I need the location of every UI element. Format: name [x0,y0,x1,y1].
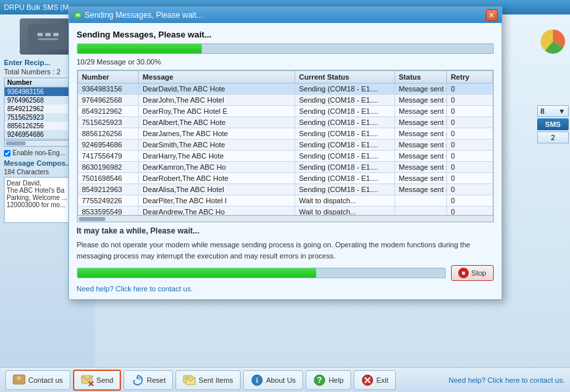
reset-button[interactable]: Reset [124,370,173,390]
cell-status [394,207,446,216]
cell-number: 8533595549 [78,207,139,216]
bottom-help-link[interactable]: Need help? Click here to contact us. [448,376,565,384]
cell-current: Wait to dispatch... [295,207,394,216]
dialog-icon: ✉ [73,11,82,20]
cell-message: DearJohn,The ABC Hotel [139,95,295,106]
cell-status: Message sent success... [394,95,446,106]
bottom-toolbar: Contact us Send [0,367,570,392]
exit-button[interactable]: Exit [354,370,396,390]
cell-current: Sending (COM18 - E1.... [295,84,394,95]
reset-icon [131,374,144,387]
cell-number: 9764962568 [78,95,139,106]
sent-items-button[interactable]: Sent Items [176,370,241,390]
svg-marker-8 [133,380,135,382]
cell-number: 8630196982 [78,162,139,173]
cell-number: 7755249226 [78,195,139,207]
h-scrollbar[interactable] [78,215,493,222]
top-progress-bar [77,43,494,54]
cell-status: Message sent success... [394,84,446,95]
help-label: Help [329,376,344,384]
bottom-progress-bar [77,268,446,278]
cell-status: Message sent success... [394,162,446,173]
cell-retry: 0 [446,151,492,162]
table-row: 8856126256 DearJames,The ABC Hote Sendin… [78,128,492,139]
contact-us-button[interactable]: Contact us [5,370,70,390]
col-number: Number [78,71,139,84]
table-row: 8533595549 DearAndrew,The ABC Ho Wait to… [78,207,492,216]
sent-items-icon [183,374,196,387]
app-background: DRPU Bulk SMS (M... Enter Recip... Total… [0,0,570,392]
modal-overlay: ✉ Sending Messages, Please wait... ✕ Sen… [0,0,570,367]
cell-message: DearAlisa,The ABC Hotel [139,184,295,195]
modal-body: Sending Messages, Please wait... 10/29 M… [69,23,502,299]
send-icon [81,374,94,387]
cell-message: DearRobert,The ABC Hote [139,173,295,184]
stop-label: Stop [471,269,487,277]
col-message: Message [139,71,295,84]
send-button[interactable]: Send [73,370,122,391]
svg-text:?: ? [317,376,321,385]
help-link[interactable]: Need help? Click here to contact us. [77,285,494,293]
cell-status: Message sent success... [394,128,446,139]
reset-label: Reset [147,376,166,384]
table-scroll-area[interactable]: Number Message Current Status Status Ret… [78,70,493,215]
message-table-wrapper: Number Message Current Status Status Ret… [77,70,494,222]
cell-current: Sending (COM18 - E1.... [295,128,394,139]
cell-status: Message sent success... [394,117,446,128]
exit-icon [361,374,374,387]
table-row: 8630196982 DearKamron,The ABC Ho Sending… [78,162,492,173]
cell-status: Message sent success... [394,184,446,195]
stop-button[interactable]: ■ Stop [451,265,494,281]
cell-number: 8549212962 [78,106,139,117]
progress-text: 10/29 Message or 30.00% [77,58,494,66]
cell-status: Message sent success... [394,173,446,184]
table-row: 7515625923 DearAlbert,The ABC Hote Sendi… [78,117,492,128]
modal-titlebar: ✉ Sending Messages, Please wait... ✕ [69,7,502,23]
svg-text:i: i [256,376,258,384]
cell-message: DearAlbert,The ABC Hote [139,117,295,128]
modal-close-button[interactable]: ✕ [486,9,498,21]
col-retry: Retry [446,71,492,84]
col-status: Status [394,71,446,84]
cell-retry: 0 [446,84,492,95]
cell-message: DearRoy,The ABC Hotel E [139,106,295,117]
cell-message: DearDavid,The ABC Hote [139,84,295,95]
table-row: 9246954686 DearSmith,The ABC Hote Sendin… [78,139,492,151]
message-table: Number Message Current Status Status Ret… [78,70,493,215]
cell-current: Sending (COM18 - E1.... [295,117,394,128]
cell-retry: 0 [446,95,492,106]
cell-number: 7501698546 [78,173,139,184]
cell-retry: 0 [446,106,492,117]
bottom-progress-row: ■ Stop [77,265,494,281]
table-row: 8549212963 DearAlisa,The ABC Hotel Sendi… [78,184,492,195]
modal-title-left: ✉ Sending Messages, Please wait... [73,11,203,20]
cell-number: 9364983156 [78,84,139,95]
cell-number: 7417556479 [78,151,139,162]
cell-current: Sending (COM18 - E1.... [295,184,394,195]
col-current-status: Current Status [295,71,394,84]
top-progress-fill [78,44,202,53]
help-button[interactable]: ? Help [306,370,351,390]
cell-retry: 0 [446,173,492,184]
about-us-button[interactable]: i About Us [243,370,303,390]
modal-heading: Sending Messages, Please wait... [77,30,494,39]
svg-text:✉: ✉ [75,12,80,18]
cell-message: DearHarry,The ABC Hote [139,151,295,162]
cell-current: Sending (COM18 - E1.... [295,162,394,173]
contact-us-label: Contact us [28,376,63,384]
cell-current: Sending (COM18 - E1.... [295,106,394,117]
table-row: 9364983156 DearDavid,The ABC Hote Sendin… [78,84,492,95]
cell-status: Message sent success... [394,139,446,151]
modal-title-text: Sending Messages, Please wait... [85,11,203,20]
cell-retry: 0 [446,207,492,216]
sent-items-label: Sent Items [199,376,233,384]
stop-icon: ■ [458,268,469,278]
send-label: Send [97,376,114,384]
cell-number: 7515625923 [78,117,139,128]
cell-retry: 0 [446,139,492,151]
exit-label: Exit [377,376,389,384]
cell-number: 8856126256 [78,128,139,139]
cell-message: DearJames,The ABC Hote [139,128,295,139]
cell-retry: 0 [446,184,492,195]
cell-message: DearSmith,The ABC Hote [139,139,295,151]
